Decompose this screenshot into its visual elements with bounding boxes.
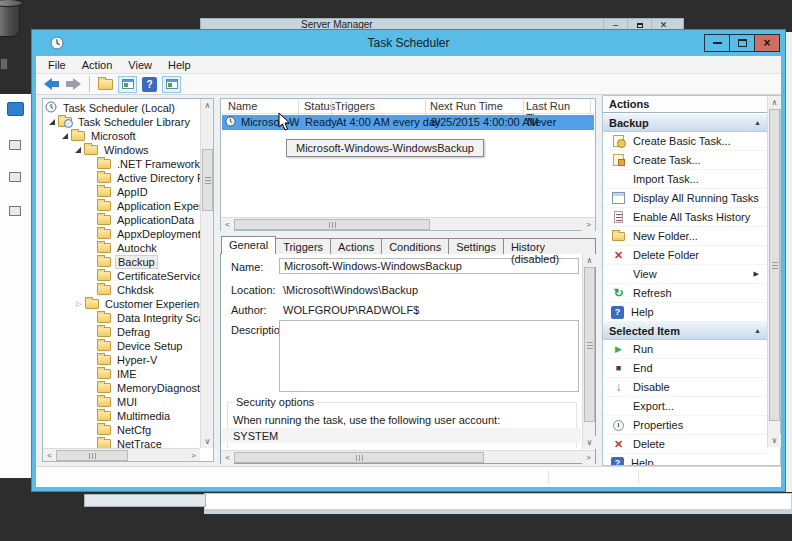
tree-item[interactable]: Data Integrity Scan <box>43 311 200 325</box>
tree-item-windows[interactable]: Windows <box>43 143 200 157</box>
collapsed-icon[interactable] <box>73 300 85 308</box>
tree-item[interactable]: AppID <box>43 185 200 199</box>
action-end[interactable]: ■End <box>603 359 767 378</box>
show-action-pane-icon[interactable] <box>162 76 181 93</box>
scroll-right-icon[interactable]: > <box>187 449 200 462</box>
tree-item[interactable]: Autochk <box>43 241 200 255</box>
group-header-backup[interactable]: Backup ▲ <box>603 114 767 132</box>
action-create-task[interactable]: Create Task... <box>603 151 767 170</box>
help-icon[interactable]: ? <box>142 77 157 92</box>
tree-item[interactable]: Multimedia <box>43 409 200 423</box>
action-delete[interactable]: ✕Delete <box>603 435 767 454</box>
scrollbar-thumb[interactable] <box>202 149 213 211</box>
action-view[interactable]: View▶ <box>603 265 767 284</box>
scroll-left-icon[interactable]: < <box>221 451 234 464</box>
scroll-right-icon[interactable]: > <box>582 218 595 231</box>
titlebar[interactable]: Task Scheduler × <box>32 30 785 56</box>
action-properties[interactable]: Properties <box>603 416 767 435</box>
tree-item[interactable]: Chkdsk <box>43 283 200 297</box>
tree-item[interactable]: ApplicationData <box>43 213 200 227</box>
column-header-triggers[interactable]: Triggers <box>335 100 375 112</box>
tree-item-task-scheduler-library[interactable]: Task Scheduler Library <box>43 115 200 129</box>
action-enable-all-tasks-history[interactable]: Enable All Tasks History <box>603 208 767 227</box>
show-console-tree-icon[interactable] <box>118 76 137 93</box>
action-help[interactable]: ?Help <box>603 303 767 322</box>
action-import-task[interactable]: Import Task... <box>603 170 767 189</box>
scroll-up-icon[interactable]: ∧ <box>768 96 781 109</box>
column-divider[interactable] <box>425 100 426 115</box>
description-field[interactable] <box>279 320 579 392</box>
tree-item[interactable]: IME <box>43 367 200 381</box>
tree-item[interactable]: Application Experience <box>43 199 200 213</box>
column-divider[interactable] <box>523 100 524 115</box>
scroll-down-icon[interactable]: ∨ <box>583 436 596 449</box>
list-horizontal-scrollbar[interactable]: < > <box>221 217 595 230</box>
scrollbar-thumb[interactable] <box>234 219 430 230</box>
details-vertical-scrollbar[interactable]: ∧ ∨ <box>582 254 595 449</box>
tree-item[interactable]: MemoryDiagnostic <box>43 381 200 395</box>
scrollbar-thumb[interactable] <box>56 450 128 461</box>
tab-settings[interactable]: Settings <box>448 238 504 254</box>
tree-item[interactable]: MUI <box>43 395 200 409</box>
desktop-icon[interactable] <box>0 58 8 70</box>
tree-item[interactable]: Device Setup <box>43 339 200 353</box>
scroll-left-icon[interactable]: < <box>43 449 56 462</box>
nav-icon[interactable] <box>9 172 21 182</box>
column-divider[interactable] <box>331 100 332 115</box>
expanded-icon[interactable] <box>59 133 71 139</box>
action-help-selected[interactable]: ?Help <box>603 454 767 465</box>
scrollbar-thumb[interactable] <box>234 452 484 463</box>
action-delete-folder[interactable]: ✕Delete Folder <box>603 246 767 265</box>
tree-item[interactable]: .NET Framework <box>43 157 200 171</box>
action-create-basic-task[interactable]: Create Basic Task... <box>603 132 767 151</box>
tree-item[interactable]: Active Directory Rights M <box>43 171 200 185</box>
tree-item[interactable]: AppxDeploymentClient <box>43 227 200 241</box>
tab-history[interactable]: History (disabled) <box>503 238 596 254</box>
maximize-button[interactable] <box>729 34 755 52</box>
tree-horizontal-scrollbar[interactable]: < > <box>43 448 200 461</box>
scroll-down-icon[interactable]: ∨ <box>768 434 781 447</box>
menu-file[interactable]: File <box>40 57 74 73</box>
menu-action[interactable]: Action <box>74 57 121 73</box>
scroll-up-icon[interactable]: ∧ <box>201 99 214 112</box>
tree-vertical-scrollbar[interactable]: ∧ ∨ <box>200 99 213 448</box>
column-header-name[interactable]: Name <box>228 100 257 112</box>
column-divider[interactable] <box>590 100 591 115</box>
scrollbar-thumb[interactable] <box>584 267 595 422</box>
tree-item-task-scheduler-local[interactable]: Task Scheduler (Local) <box>43 101 200 115</box>
expanded-icon[interactable] <box>46 119 58 125</box>
back-icon[interactable] <box>44 78 60 90</box>
menu-view[interactable]: View <box>120 57 160 73</box>
action-new-folder[interactable]: New Folder... <box>603 227 767 246</box>
tab-general[interactable]: General <box>221 236 276 254</box>
tree-item[interactable]: Hyper-V <box>43 353 200 367</box>
collapse-icon[interactable]: ▲ <box>754 327 761 334</box>
tab-triggers[interactable]: Triggers <box>275 238 331 254</box>
tab-actions[interactable]: Actions <box>330 238 382 254</box>
column-divider[interactable] <box>298 100 299 115</box>
tree-item-microsoft[interactable]: Microsoft <box>43 129 200 143</box>
nav-selected-icon[interactable] <box>7 102 24 116</box>
details-horizontal-scrollbar[interactable]: < > <box>221 450 595 463</box>
action-disable[interactable]: ↓Disable <box>603 378 767 397</box>
action-export[interactable]: Export... <box>603 397 767 416</box>
scroll-down-icon[interactable]: ∨ <box>201 435 214 448</box>
actions-vertical-scrollbar[interactable]: ∧ ∨ <box>767 96 780 447</box>
export-folder-icon[interactable] <box>98 79 113 90</box>
expanded-icon[interactable] <box>72 147 84 153</box>
tab-conditions[interactable]: Conditions <box>381 238 449 254</box>
tree-item-backup-selected[interactable]: Backup <box>43 255 200 269</box>
menu-help[interactable]: Help <box>160 57 199 73</box>
forward-icon[interactable] <box>65 78 81 90</box>
scroll-right-icon[interactable]: > <box>582 451 595 464</box>
recycle-bin-icon[interactable] <box>0 1 20 37</box>
nav-icon[interactable] <box>9 140 21 150</box>
scroll-up-icon[interactable]: ∧ <box>583 254 596 267</box>
tree-item[interactable]: Defrag <box>43 325 200 339</box>
action-refresh[interactable]: ↻Refresh <box>603 284 767 303</box>
nav-icon[interactable] <box>9 206 21 216</box>
tree-item[interactable]: CertificateServicesClient <box>43 269 200 283</box>
group-header-selected-item[interactable]: Selected Item ▲ <box>603 322 767 340</box>
collapse-icon[interactable]: ▲ <box>754 119 761 126</box>
tree-item[interactable]: NetCfg <box>43 423 200 437</box>
